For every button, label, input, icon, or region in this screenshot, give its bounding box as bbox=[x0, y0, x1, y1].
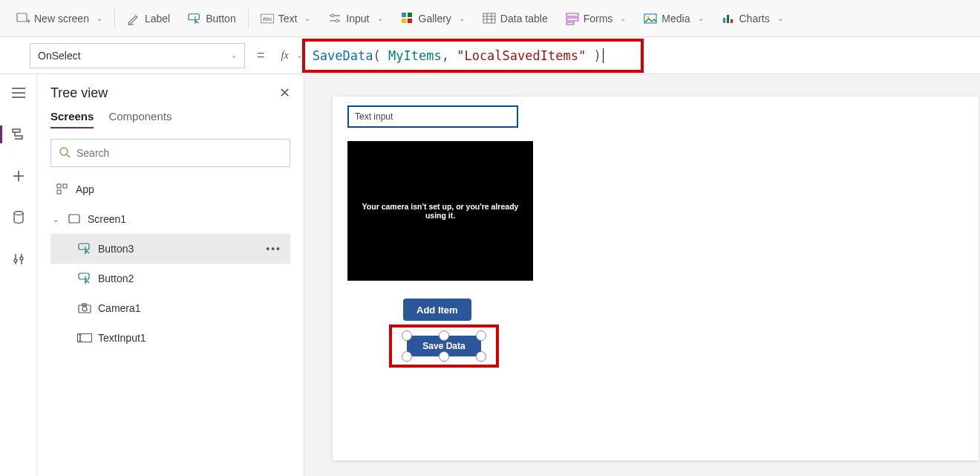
charts-button[interactable]: Charts ⌄ bbox=[713, 7, 792, 30]
formula-token-arg2: "LocalSavedItems" bbox=[457, 48, 586, 63]
chevron-down-icon[interactable]: ⌄ bbox=[50, 215, 61, 224]
data-cylinder-icon[interactable] bbox=[7, 206, 30, 229]
svg-point-7 bbox=[331, 14, 334, 17]
canvas-text-input[interactable]: Text input bbox=[347, 105, 518, 128]
hamburger-menu-icon[interactable] bbox=[7, 82, 30, 104]
button-label: Button bbox=[206, 13, 235, 25]
tab-components[interactable]: Components bbox=[108, 110, 172, 128]
text-label: Text bbox=[278, 13, 298, 25]
canvas-screen[interactable]: Text input Your camera isn't set up, or … bbox=[333, 97, 979, 460]
tree-item-button3[interactable]: Button3 ••• bbox=[50, 234, 290, 264]
svg-point-9 bbox=[336, 19, 339, 22]
tree-view-icon[interactable] bbox=[7, 123, 30, 146]
close-icon[interactable]: ✕ bbox=[279, 85, 290, 101]
media-button[interactable]: Media ⌄ bbox=[635, 7, 712, 30]
tree-item-button2[interactable]: Button2 bbox=[50, 264, 290, 293]
svg-rect-20 bbox=[566, 18, 578, 21]
text-abc-icon: Abc bbox=[261, 12, 274, 25]
forms-button[interactable]: Forms ⌄ bbox=[557, 7, 636, 30]
text-button[interactable]: Abc Text ⌄ bbox=[252, 7, 320, 30]
property-dropdown[interactable]: OnSelect ⌄ bbox=[30, 43, 245, 68]
separator bbox=[114, 8, 115, 29]
svg-point-33 bbox=[14, 259, 17, 262]
property-value: OnSelect bbox=[38, 50, 81, 62]
chevron-down-icon: ⌄ bbox=[97, 14, 102, 22]
input-button[interactable]: Input ⌄ bbox=[319, 7, 391, 30]
formula-input[interactable]: SaveData ( MyItems , "LocalSavedItems" ) bbox=[302, 39, 644, 73]
svg-rect-41 bbox=[79, 244, 89, 250]
svg-line-36 bbox=[67, 154, 70, 157]
svg-rect-19 bbox=[566, 13, 578, 16]
svg-rect-12 bbox=[402, 19, 406, 23]
new-screen-label: New screen bbox=[34, 13, 89, 25]
formula-token-arg1: MyItems bbox=[388, 48, 442, 63]
label-button[interactable]: Label bbox=[118, 7, 179, 30]
svg-rect-40 bbox=[69, 215, 79, 223]
formula-token-close: ) bbox=[593, 48, 601, 63]
save-data-label: Save Data bbox=[422, 341, 465, 351]
formula-token-comma: , bbox=[442, 48, 449, 63]
tree-item-textinput1[interactable]: TextInput1 bbox=[50, 323, 290, 353]
canvas-camera[interactable]: Your camera isn't set up, or you're alre… bbox=[347, 141, 533, 281]
resize-handle[interactable] bbox=[476, 351, 486, 362]
tree-item-label: TextInput1 bbox=[98, 332, 146, 344]
tools-icon[interactable] bbox=[7, 248, 30, 270]
data-table-label: Data table bbox=[500, 13, 548, 25]
tree-search-input[interactable] bbox=[76, 147, 282, 159]
tree-item-camera1[interactable]: Camera1 bbox=[50, 293, 290, 323]
svg-rect-10 bbox=[402, 13, 406, 17]
more-icon[interactable]: ••• bbox=[266, 243, 281, 255]
button-tap-icon bbox=[188, 12, 201, 25]
top-ribbon: + New screen ⌄ Label Button Abc Text ⌄ I… bbox=[0, 0, 980, 37]
svg-point-35 bbox=[60, 148, 68, 155]
insert-plus-icon[interactable] bbox=[7, 165, 30, 187]
camera-icon bbox=[77, 303, 92, 313]
gallery-button[interactable]: Gallery ⌄ bbox=[392, 7, 474, 30]
search-icon bbox=[59, 146, 71, 160]
new-screen-button[interactable]: + New screen ⌄ bbox=[7, 7, 111, 30]
resize-handle[interactable] bbox=[439, 330, 449, 341]
svg-point-45 bbox=[82, 307, 87, 311]
tab-screens[interactable]: Screens bbox=[50, 110, 94, 128]
data-table-button[interactable]: Data table bbox=[474, 7, 557, 30]
text-input-placeholder: Text input bbox=[355, 111, 393, 122]
camera-message: Your camera isn't set up, or you're alre… bbox=[355, 202, 526, 220]
chevron-down-icon: ⌄ bbox=[777, 14, 783, 22]
input-label: Input bbox=[346, 13, 369, 25]
chevron-down-icon[interactable]: ⌄ bbox=[296, 51, 302, 59]
add-item-button[interactable]: Add Item bbox=[403, 299, 471, 321]
charts-label: Charts bbox=[739, 13, 770, 25]
chevron-down-icon: ⌄ bbox=[231, 51, 237, 59]
svg-text:+: + bbox=[27, 17, 30, 25]
button-button[interactable]: Button bbox=[179, 7, 244, 30]
add-item-label: Add Item bbox=[416, 304, 458, 316]
tree-item-label: Camera1 bbox=[98, 302, 141, 314]
save-data-highlight: Save Data bbox=[389, 325, 499, 368]
tree-tabs: Screens Components bbox=[50, 110, 290, 128]
resize-handle[interactable] bbox=[402, 351, 412, 362]
separator bbox=[248, 8, 249, 29]
text-caret bbox=[603, 48, 604, 63]
left-rail bbox=[0, 74, 37, 476]
charts-bar-icon bbox=[722, 12, 735, 25]
svg-rect-38 bbox=[63, 184, 67, 188]
resize-handle[interactable] bbox=[402, 330, 412, 341]
forms-label: Forms bbox=[584, 13, 613, 25]
save-data-button[interactable]: Save Data bbox=[407, 336, 481, 356]
resize-handle[interactable] bbox=[476, 330, 486, 341]
fx-group: fx ⌄ bbox=[277, 50, 302, 62]
tree-item-screen1[interactable]: ⌄ Screen1 bbox=[50, 204, 290, 234]
tree-title: Tree view bbox=[50, 85, 108, 101]
tree-item-app[interactable]: App bbox=[50, 175, 290, 204]
svg-point-34 bbox=[20, 257, 23, 260]
svg-point-23 bbox=[647, 16, 650, 18]
formula-bar: OnSelect ⌄ = fx ⌄ SaveData ( MyItems , "… bbox=[0, 37, 980, 74]
svg-point-32 bbox=[14, 212, 23, 215]
input-sliders-icon bbox=[328, 12, 342, 25]
canvas-area[interactable]: Text input Your camera isn't set up, or … bbox=[304, 74, 980, 476]
label-edit-icon bbox=[127, 12, 140, 25]
svg-text:Abc: Abc bbox=[262, 15, 272, 22]
resize-handle[interactable] bbox=[439, 351, 449, 362]
media-label: Media bbox=[662, 13, 690, 25]
tree-search[interactable] bbox=[50, 139, 290, 167]
